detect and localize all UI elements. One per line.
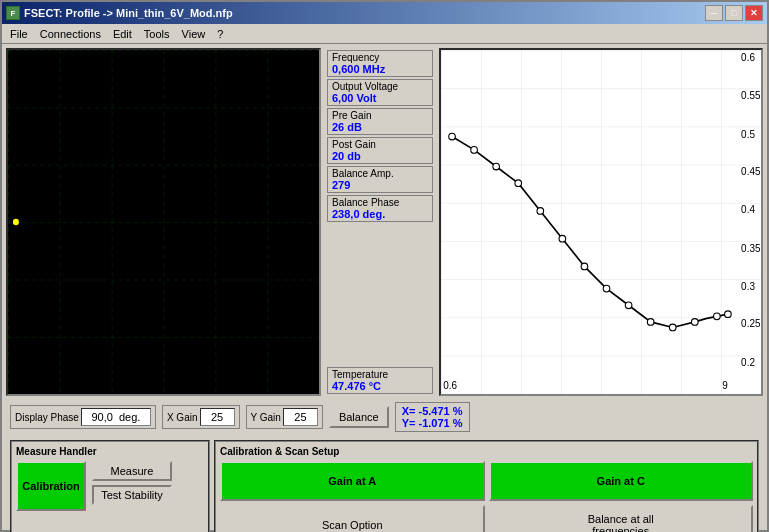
x-gain-label: X Gain: [167, 412, 198, 423]
svg-text:0.25: 0.25: [741, 318, 761, 329]
balance-button[interactable]: Balance: [329, 406, 389, 428]
calibration-button[interactable]: Calibration: [16, 461, 86, 511]
svg-point-23: [471, 147, 478, 154]
balance-phase-label: Balance Phase: [332, 197, 428, 208]
title-bar: F FSECT: Profile -> Mini_thin_6V_Mod.nfp…: [2, 2, 767, 24]
scan-option-button[interactable]: Scan Option: [220, 505, 485, 532]
balance-all-button[interactable]: Balance at all frequencies: [489, 505, 754, 532]
svg-rect-10: [441, 50, 761, 394]
params-panel: Frequency 0,600 MHz Output Voltage 6,00 …: [325, 48, 435, 396]
output-voltage-value: 6,00 Volt: [332, 92, 428, 104]
pre-gain-value: 26 dB: [332, 121, 428, 133]
display-phase-input[interactable]: [81, 408, 151, 426]
calib-grid: Gain at A Gain at C Scan Option Balance …: [220, 461, 753, 532]
balance-amp-group: Balance Amp. 279: [327, 166, 433, 193]
svg-text:0.3: 0.3: [741, 281, 755, 292]
svg-point-34: [714, 313, 721, 320]
menu-file[interactable]: File: [4, 26, 34, 42]
svg-point-26: [537, 208, 544, 215]
line-chart: 0.6 0.55 0.5 0.45 0.4 0.35 0.3 0.25 0.2 …: [439, 48, 763, 396]
maximize-button[interactable]: □: [725, 5, 743, 21]
balance-amp-value: 279: [332, 179, 428, 191]
svg-point-35: [725, 311, 732, 318]
calib-scan-panel: Calibration & Scan Setup Gain at A Gain …: [214, 440, 759, 532]
window-title: FSECT: Profile -> Mini_thin_6V_Mod.nfp: [24, 7, 233, 19]
x-gain-group: X Gain: [162, 405, 240, 429]
balance-phase-group: Balance Phase 238,0 deg.: [327, 195, 433, 222]
xy-display: X= -5.471 % Y= -1.071 %: [395, 402, 470, 432]
measure-inner: Calibration Measure Test Stability: [16, 461, 204, 511]
output-voltage-group: Output Voltage 6,00 Volt: [327, 79, 433, 106]
frequency-label: Frequency: [332, 52, 428, 63]
svg-point-27: [559, 235, 566, 242]
main-content: Frequency 0,600 MHz Output Voltage 6,00 …: [2, 44, 767, 532]
svg-text:0.5: 0.5: [741, 129, 755, 140]
post-gain-group: Post Gain 20 db: [327, 137, 433, 164]
svg-text:0.6: 0.6: [443, 379, 457, 390]
menu-bar: File Connections Edit Tools View ?: [2, 24, 767, 44]
menu-edit[interactable]: Edit: [107, 26, 138, 42]
gain-at-a-button[interactable]: Gain at A: [220, 461, 485, 501]
svg-point-33: [691, 319, 698, 326]
minimize-button[interactable]: ─: [705, 5, 723, 21]
gain-at-c-button[interactable]: Gain at C: [489, 461, 754, 501]
calib-scan-title: Calibration & Scan Setup: [220, 446, 753, 457]
frequency-value: 0,600 MHz: [332, 63, 428, 75]
x-gain-input[interactable]: [200, 408, 235, 426]
test-stability-button[interactable]: Test Stability: [92, 485, 172, 505]
app-icon: F: [6, 6, 20, 20]
svg-point-22: [449, 133, 456, 140]
measure-buttons: Measure Test Stability: [92, 461, 172, 505]
svg-point-29: [603, 285, 610, 292]
balance-amp-label: Balance Amp.: [332, 168, 428, 179]
svg-point-32: [669, 324, 676, 331]
svg-text:0.45: 0.45: [741, 166, 761, 177]
measure-button[interactable]: Measure: [92, 461, 172, 481]
menu-view[interactable]: View: [176, 26, 212, 42]
y-gain-label: Y Gain: [251, 412, 281, 423]
display-phase-label: Display Phase: [15, 412, 79, 423]
window-controls: ─ □ ✕: [705, 5, 763, 21]
bottom-controls: Display Phase X Gain Y Gain Balance X= -…: [6, 400, 763, 434]
pre-gain-label: Pre Gain: [332, 110, 428, 121]
menu-help[interactable]: ?: [211, 26, 229, 42]
display-phase-group: Display Phase: [10, 405, 156, 429]
svg-text:9: 9: [722, 379, 728, 390]
svg-point-31: [647, 319, 654, 326]
temperature-group: Temperature 47.476 °C: [327, 367, 433, 394]
balance-phase-value: 238,0 deg.: [332, 208, 428, 220]
x-display: X= -5.471 %: [402, 405, 463, 417]
svg-point-30: [625, 302, 632, 309]
svg-rect-4: [8, 50, 319, 394]
temperature-label: Temperature: [332, 369, 428, 380]
top-section: Frequency 0,600 MHz Output Voltage 6,00 …: [6, 48, 763, 396]
y-display: Y= -1.071 %: [402, 417, 463, 429]
frequency-group: Frequency 0,600 MHz: [327, 50, 433, 77]
svg-point-24: [493, 163, 500, 170]
y-gain-group: Y Gain: [246, 405, 323, 429]
polar-chart: [6, 48, 321, 396]
menu-connections[interactable]: Connections: [34, 26, 107, 42]
svg-text:0.2: 0.2: [741, 357, 755, 368]
measure-handler-panel: Measure Handler Calibration Measure Test…: [10, 440, 210, 532]
y-gain-input[interactable]: [283, 408, 318, 426]
post-gain-value: 20 db: [332, 150, 428, 162]
bottom-panels: Measure Handler Calibration Measure Test…: [6, 438, 763, 532]
menu-tools[interactable]: Tools: [138, 26, 176, 42]
temperature-value: 47.476 °C: [332, 380, 428, 392]
svg-point-5: [13, 219, 19, 226]
svg-point-25: [515, 180, 522, 187]
output-voltage-label: Output Voltage: [332, 81, 428, 92]
svg-text:0.55: 0.55: [741, 90, 761, 101]
svg-text:0.4: 0.4: [741, 204, 755, 215]
main-window: F FSECT: Profile -> Mini_thin_6V_Mod.nfp…: [0, 0, 769, 532]
post-gain-label: Post Gain: [332, 139, 428, 150]
pre-gain-group: Pre Gain 26 dB: [327, 108, 433, 135]
svg-text:0.6: 0.6: [741, 52, 755, 63]
svg-point-28: [581, 263, 588, 270]
close-button[interactable]: ✕: [745, 5, 763, 21]
svg-text:0.35: 0.35: [741, 243, 761, 254]
measure-handler-title: Measure Handler: [16, 446, 204, 457]
